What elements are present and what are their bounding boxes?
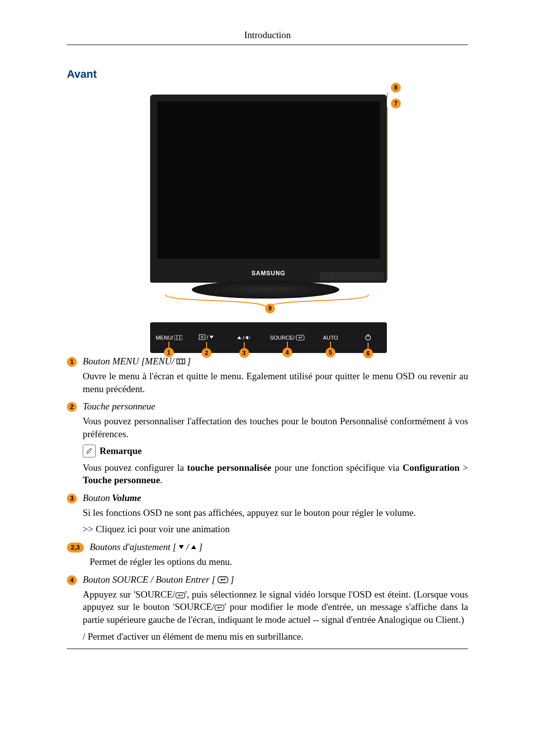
entry-23: 2,3 Boutons d'ajustement [ / ] Permet de… [67,542,468,572]
ctrl-custom-down: / 2 [188,334,225,341]
entry-1-text: Ouvre le menu à l'écran et quitte le men… [83,370,468,395]
ctrl-auto-label: AUTO [323,335,338,341]
svg-rect-8 [177,359,185,364]
e4-title-post: ] [230,574,234,585]
ctrl-source-label: SOURCE/ [270,335,295,341]
note-icon [83,445,96,457]
svg-rect-0 [174,335,182,340]
e2-np-end: . [160,475,162,485]
note-line: Remarque [83,445,468,457]
marker-8: 8 [391,83,401,93]
entry-1-title-pre: Bouton MENU [MENU/ [83,356,174,367]
figure-wrap: SAMSUNG — — — —— — 8 7 9 MENU/ [67,85,468,342]
entry-23-title: Boutons d'ajustement [ / ] [90,542,468,553]
entry-1-title: Bouton MENU [MENU/ ] [83,356,468,367]
enter-icon [296,335,305,341]
e2-np-b2: Configuration [403,462,460,473]
e2-np-b1: touche personnalisée [187,462,271,473]
e3-title-bold: Volume [112,493,141,504]
entry-3-link[interactable]: >> Cliquez ici pour voir une animation [83,523,468,536]
entry-2-text: Vous pouvez personnaliser l'affectation … [83,415,468,440]
leader-3 [244,342,245,348]
bullet-1: 1 [67,357,77,367]
marker-1: 1 [164,348,174,357]
enter-icon [214,605,224,611]
marker-5: 5 [325,348,335,357]
svg-rect-3 [199,335,205,340]
enter-icon [217,576,228,583]
entry-3: 3 Bouton Volume Si les fonctions OSD ne … [67,493,468,540]
marker-4: 4 [282,348,292,357]
entry-4-text1: Appuyez sur 'SOURCE/', puis sélectionnez… [83,588,468,626]
marker-9: 9 [265,303,275,313]
e23-title-pre: Boutons d'ajustement [ [90,542,176,553]
entry-1-title-post: ] [187,356,191,367]
e3-title-pre: Bouton [83,493,110,504]
triangle-up-icon [191,544,197,550]
e2-np-pre: Vous pouvez configurer la [83,462,187,473]
menu-bars-icon [176,358,185,364]
entry-3-text: Si les fonctions OSD ne sont pas affiché… [83,506,468,519]
e4-p1-pre: Appuyez sur 'SOURCE/ [83,589,175,600]
bullet-2: 2 [67,402,77,412]
marker-2: 2 [202,348,212,358]
monitor-screen [157,101,380,259]
entry-2-title-text: Touche personneue [83,401,156,412]
leader-1 [168,342,169,348]
entry-2-note-text: Vous pouvez configurer la touche personn… [83,461,468,487]
monitor-figure: SAMSUNG — — — —— — 8 7 9 MENU/ [136,85,399,342]
power-icon [365,334,372,341]
control-bar: MENU/ 1 / 2 [150,322,387,353]
marker-6: 6 [363,349,373,358]
ctrl-power: 6 [349,334,387,342]
ctrl-menu: MENU/ 1 [150,335,188,341]
e23-title-mid: / [186,542,189,553]
svg-point-4 [201,336,203,338]
speaker-icon [245,335,251,340]
ctrl-source: SOURCE/ 4 [263,335,312,341]
monitor-button-strip: — — — —— — [320,272,384,281]
entry-4-text2: / Permet d'activer un élément de menu mi… [83,630,468,643]
leader-8 [387,93,388,98]
menu-bars-icon [174,335,182,340]
triangle-down-icon [178,544,184,550]
triangle-down-icon [209,335,214,340]
ctrl-auto: AUTO 5 [312,335,349,341]
page-header-title: Introduction [67,30,468,41]
entry-3-title: Bouton Volume [83,493,468,504]
entry-2-title: Touche personneue [83,401,468,412]
enter-icon [175,592,185,599]
bullet-23: 2,3 [67,543,84,553]
leader-2 [206,342,207,348]
leader-4 [287,342,288,348]
entry-4: 4 Bouton SOURCE / Bouton Entrer [ ] Appu… [67,574,468,647]
leader-6 [368,343,369,349]
header-rule [67,45,468,45]
marker-7: 7 [391,99,401,108]
bullet-4: 4 [67,575,77,585]
e23-title-post: ] [199,542,202,553]
entry-2: 2 Touche personneue Vous pouvez personna… [67,401,468,491]
triangle-up-icon [237,335,242,340]
ctrl-volume-up: / 3 [225,335,263,341]
leader-7 [387,107,388,280]
monitor-body: SAMSUNG — — — —— — [150,95,387,283]
e4-title-pre: Bouton SOURCE / Bouton Entrer [ [83,574,215,585]
bullet-3: 3 [67,494,77,504]
entry-4-title: Bouton SOURCE / Bouton Entrer [ ] [83,574,468,585]
e2-np-mid: pour une fonction spécifique via [271,462,403,473]
marker-3: 3 [239,348,249,358]
footer-rule [67,649,468,649]
ctrl-menu-label: MENU/ [156,335,173,341]
note-label: Remarque [100,446,142,456]
entry-23-text: Permet de régler les options du menu. [90,555,468,568]
e2-np-b3: Touche personneue [83,475,160,485]
entry-1: 1 Bouton MENU [MENU/ ] Ouvre le menu à l… [67,356,468,399]
brightness-box-icon [199,334,206,340]
e2-np-gt: > [460,462,468,473]
section-title-avant: Avant [67,68,468,81]
page: Introduction Avant SAMSUNG — — — —— — [0,0,535,756]
leader-5 [330,342,331,348]
